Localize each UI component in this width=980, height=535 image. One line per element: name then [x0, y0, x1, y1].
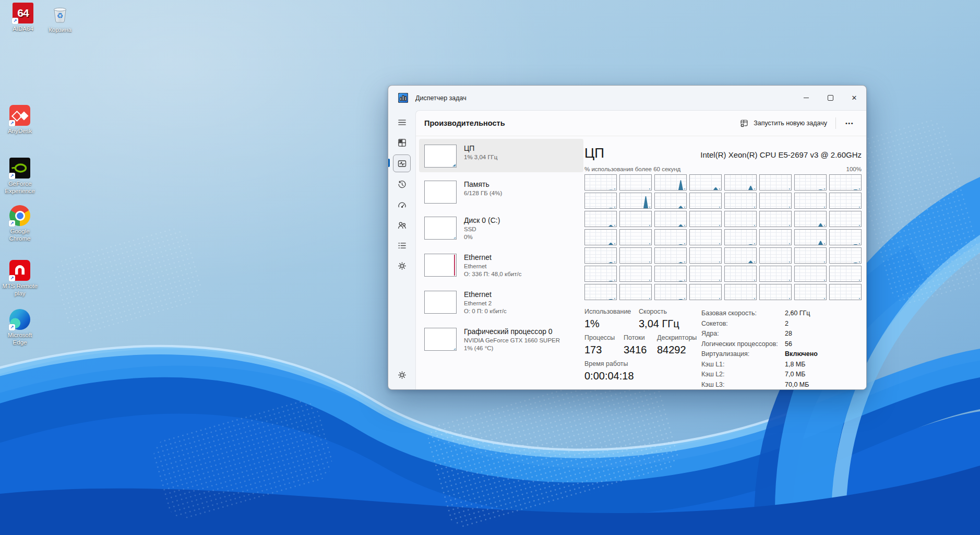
shortcut-arrow-badge: ↗ [9, 173, 15, 179]
cpu-core-graph [654, 229, 687, 245]
mini-graph-thumbnail [424, 181, 457, 204]
graph-current-dot [684, 225, 685, 226]
spec-value: 28 [785, 329, 792, 339]
spec-row: Базовая скорость: 2,60 ГГц [701, 308, 862, 319]
cpu-core-graph [654, 247, 687, 264]
graph-current-dot [649, 188, 650, 189]
graph-current-dot [614, 225, 615, 226]
perf-list-item-2[interactable]: Диск 0 (C:)SSD0% [419, 211, 583, 245]
maximize-button[interactable] [818, 86, 842, 110]
recycle-bin-art: ♻ [50, 4, 70, 25]
cpu-core-graph [724, 266, 757, 282]
run-new-task-button[interactable]: Запустить новую задачу [734, 115, 832, 131]
perf-list-item-0[interactable]: ЦП1% 3,04 ГГц [419, 139, 583, 172]
cpu-core-graph [794, 174, 827, 191]
graph-current-dot [859, 261, 860, 263]
cpu-core-graph [829, 174, 862, 191]
more-options-button[interactable]: ••• [839, 117, 860, 129]
cpu-core-graph [654, 266, 687, 282]
spec-row: Кэш L2: 7,0 МБ [701, 370, 862, 380]
spec-row: Сокетов: 2 [701, 319, 862, 329]
performance-list: ЦП1% 3,04 ГГц Память6/128 ГБ (4%) Диск 0… [416, 139, 583, 389]
cpu-detail-pane: ЦП Intel(R) Xeon(R) CPU E5-2697 v3 @ 2.6… [583, 139, 866, 389]
perf-item-title: Диск 0 (C:) [464, 216, 500, 225]
perf-item-title: Ethernet [464, 290, 507, 299]
spec-label: Ядра: [701, 329, 785, 339]
chrome-ring [15, 211, 25, 221]
graph-current-dot [754, 261, 755, 263]
cpu-core-graph [584, 211, 617, 227]
perf-item-title: Ethernet [464, 253, 521, 262]
cpu-core-graph [689, 266, 722, 282]
perf-item-title: Память [464, 180, 502, 189]
task-manager-window: Диспетчер задач ✕ Производительность [388, 85, 867, 390]
cpu-stats: Использование 1% Скорость 3,04 ГГц Проце… [584, 308, 701, 389]
desktop-icon-geforce-experience[interactable]: ↗ GeForce Experience [1, 158, 39, 195]
graph-current-dot [719, 280, 720, 281]
cpu-core-graph [619, 266, 652, 282]
stat: Потоки 3416 [624, 334, 657, 356]
titlebar[interactable]: Диспетчер задач ✕ [388, 86, 866, 110]
perf-list-item-3[interactable]: EthernetEthernetО: 336 П: 48,0 кбит/с [419, 248, 583, 282]
close-button[interactable]: ✕ [842, 86, 866, 110]
cpu-core-graph [829, 211, 862, 227]
close-icon: ✕ [852, 94, 857, 101]
sidebar-item-users[interactable] [393, 217, 410, 233]
sidebar-item-details[interactable] [393, 237, 410, 254]
sidebar-item-app-history[interactable] [393, 176, 410, 193]
usage-spike [853, 189, 858, 190]
sidebar-item-processes[interactable] [393, 134, 410, 151]
graph-current-dot [614, 207, 615, 208]
shortcut-arrow-badge: ↗ [12, 18, 18, 24]
minimize-button[interactable] [794, 86, 818, 110]
desktop-icon-recycle-bin[interactable]: ♻ Корзина [41, 4, 79, 34]
desktop-icon-label: AIDA64 [4, 26, 42, 33]
services-icon [397, 261, 407, 271]
graph-max-label: 100% [846, 166, 862, 172]
cpu-core-graph [689, 211, 722, 227]
desktop-icon-google-chrome[interactable]: ↗ Google Chrome [1, 205, 39, 242]
stat-label: Использование [584, 308, 639, 315]
sidebar-item-performance[interactable] [393, 154, 411, 172]
usage-spike [608, 189, 613, 190]
desktop-icon-aida64[interactable]: 64↗ AIDA64 [4, 3, 42, 33]
perf-list-item-4[interactable]: EthernetEthernet 2О: 0 П: 0 кбит/с [419, 285, 583, 319]
cpu-core-graph [794, 229, 827, 245]
graph-current-dot [789, 298, 790, 299]
stat-label: Потоки [624, 334, 657, 341]
spec-label: Виртуализация: [701, 349, 785, 360]
perf-list-item-5[interactable]: Графический процессор 0NVIDIA GeForce GT… [419, 322, 583, 356]
usage-spike [678, 206, 683, 208]
run-new-task-label: Запустить новую задачу [754, 120, 827, 127]
cpu-specs: Базовая скорость: 2,60 ГГц Сокетов: 2 Яд… [701, 308, 862, 389]
spec-row: Кэш L1: 1,8 МБ [701, 360, 862, 370]
spec-row: Логических процессоров: 56 [701, 339, 862, 350]
spec-label: Базовая скорость: [701, 308, 785, 319]
graph-current-dot [614, 298, 615, 299]
graph-current-dot [754, 225, 755, 226]
graph-current-dot [684, 298, 685, 299]
graph-current-dot [859, 207, 860, 208]
stat-label: Время работы [584, 360, 634, 367]
sidebar-item-hamburger[interactable] [393, 114, 410, 130]
desktop-icon-anydesk[interactable]: ↗ AnyDesk [1, 105, 39, 135]
graph-current-dot [859, 225, 860, 226]
perf-item-text: Память6/128 ГБ (4%) [464, 180, 502, 197]
graph-current-dot [824, 225, 825, 226]
sidebar-item-services[interactable] [393, 257, 410, 274]
usage-spike [608, 243, 613, 245]
mini-graph-thumbnail [424, 328, 457, 351]
cpu-core-graph [724, 211, 757, 227]
sidebar-item-startup-apps[interactable] [393, 196, 410, 213]
spec-label: Кэш L3: [701, 380, 785, 390]
usage-spike [608, 208, 613, 208]
stat-value: 3,04 ГГц [639, 318, 679, 330]
sidebar-item-settings[interactable] [393, 366, 410, 383]
cpu-core-graph [724, 229, 757, 245]
desktop-icon-mts-remote-play[interactable]: ↗ MTS Remote play [1, 260, 39, 297]
cpu-core-graph [689, 247, 722, 264]
desktop-icon-microsoft-edge[interactable]: ↗ Microsoft Edge [1, 309, 39, 346]
usage-spike [853, 244, 858, 245]
perf-list-item-1[interactable]: Память6/128 ГБ (4%) [419, 175, 583, 208]
stats-row: Использование 1% Скорость 3,04 ГГц [584, 308, 701, 330]
